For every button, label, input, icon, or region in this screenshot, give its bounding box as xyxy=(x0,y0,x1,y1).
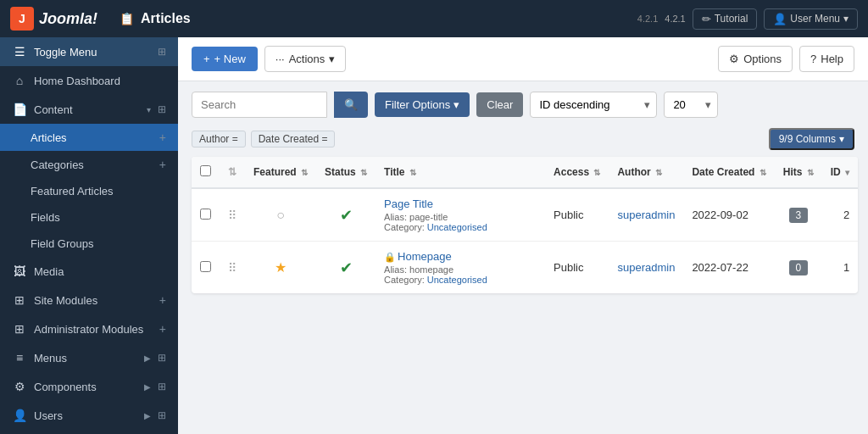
row-author-cell: superadmin xyxy=(609,188,683,242)
sidebar-item-components[interactable]: ⚙ Components ▶ ⊞ xyxy=(0,372,178,401)
components-grid-icon: ⊞ xyxy=(158,381,166,392)
content-grid-icon: ⊞ xyxy=(158,103,166,115)
users-icon: 👤 xyxy=(12,409,27,422)
user-menu-button[interactable]: 👤 User Menu ▾ xyxy=(764,8,858,30)
row-hits-cell: 3 xyxy=(775,188,822,242)
menus-arrow-icon: ▶ xyxy=(144,353,151,363)
row-featured-cell[interactable]: ★ xyxy=(245,242,316,294)
site-modules-plus-icon[interactable]: + xyxy=(159,293,166,307)
articles-plus-icon[interactable]: + xyxy=(159,131,166,144)
sidebar-item-articles[interactable]: Articles + xyxy=(0,124,178,151)
options-button[interactable]: ⚙ Options xyxy=(718,46,793,72)
row-featured-cell[interactable]: ○ xyxy=(245,188,316,242)
row-checkbox-1[interactable] xyxy=(200,261,211,272)
filter-options-button[interactable]: Filter Options ▾ xyxy=(375,92,470,117)
id-label: ID xyxy=(831,166,841,178)
date-created-label: Date Created xyxy=(692,166,754,178)
th-order: ⇅ xyxy=(220,157,245,188)
columns-chevron-icon: ▾ xyxy=(839,133,844,145)
tutorial-icon: ✏ xyxy=(702,13,711,25)
article-category-link-2[interactable]: Uncategorised xyxy=(427,222,487,232)
select-all-checkbox[interactable] xyxy=(200,165,211,176)
reorder-handle-1[interactable]: ⠿ xyxy=(228,261,236,275)
sidebar-item-toggle-menu[interactable]: ☰ Toggle Menu ⊞ xyxy=(0,37,178,66)
categories-plus-icon[interactable]: + xyxy=(159,158,166,171)
sidebar-item-home-dashboard[interactable]: ⌂ Home Dashboard xyxy=(0,66,178,95)
search-input[interactable] xyxy=(192,92,327,118)
author-link-1[interactable]: superadmin xyxy=(617,261,675,274)
sidebar-item-media[interactable]: 🖼 Media xyxy=(0,257,178,286)
author-link-2[interactable]: superadmin xyxy=(617,209,675,221)
row-id-cell: 2 xyxy=(822,188,858,242)
page-size-select[interactable]: 20 50 100 xyxy=(664,92,718,118)
site-modules-icon: ⊞ xyxy=(12,293,27,307)
user-icon: 👤 xyxy=(773,13,787,25)
sidebar-item-field-groups[interactable]: Field Groups xyxy=(0,231,178,257)
sidebar-item-users[interactable]: 👤 Users ▶ ⊞ xyxy=(0,401,178,430)
tutorial-button[interactable]: ✏ Tutorial xyxy=(693,8,758,30)
toggle-menu-icon: ☰ xyxy=(12,45,27,58)
sidebar-admin-modules-label: Administrator Modules xyxy=(34,323,153,336)
new-button[interactable]: + + New xyxy=(192,47,258,71)
row-checkbox-cell xyxy=(192,242,220,294)
reorder-handle-2[interactable]: ⠿ xyxy=(228,209,236,222)
logo[interactable]: J Joomla! xyxy=(10,7,97,31)
th-status[interactable]: Status ⇅ xyxy=(316,157,376,188)
layout: ☰ Toggle Menu ⊞ ⌂ Home Dashboard 📄 Conte… xyxy=(0,37,868,434)
sort-select[interactable]: ID descending ID ascending Title ascendi… xyxy=(530,92,657,118)
th-author[interactable]: Author ⇅ xyxy=(609,157,683,188)
sidebar-item-admin-modules[interactable]: ⊞ Administrator Modules + xyxy=(0,314,178,343)
version-label: 4.2.1 xyxy=(637,14,658,24)
row-title-cell: 🔒Homepage Alias: homepage Category: Unca… xyxy=(376,242,545,294)
th-checkbox xyxy=(192,157,220,188)
articles-table-container: ⇅ Featured ⇅ Status ⇅ Title ⇅ xyxy=(178,157,868,307)
sidebar-item-site-modules[interactable]: ⊞ Site Modules + xyxy=(0,286,178,314)
table-header-row: ⇅ Featured ⇅ Status ⇅ Title ⇅ xyxy=(192,157,858,188)
sidebar-grid-icon: ⊞ xyxy=(158,46,166,58)
featured-circle-icon[interactable]: ○ xyxy=(276,208,285,222)
row-checkbox-2[interactable] xyxy=(200,209,211,220)
row-status-cell[interactable]: ✔ xyxy=(316,188,376,242)
article-lock-icon: 🔒 xyxy=(384,252,396,262)
row-order-cell: ⠿ xyxy=(220,242,245,294)
help-button[interactable]: ? Help xyxy=(799,46,854,72)
th-id[interactable]: ID ▾ xyxy=(822,157,858,188)
sidebar-item-content[interactable]: 📄 Content ▾ ⊞ xyxy=(0,95,178,124)
featured-sort-icon: ⇅ xyxy=(301,168,308,177)
clear-button[interactable]: Clear xyxy=(476,92,523,117)
admin-modules-icon: ⊞ xyxy=(12,322,27,336)
row-status-cell[interactable]: ✔ xyxy=(316,242,376,294)
th-featured[interactable]: Featured ⇅ xyxy=(245,157,316,188)
tutorial-label: Tutorial xyxy=(715,13,748,25)
featured-star-active-icon[interactable]: ★ xyxy=(275,260,287,275)
sidebar-item-fields[interactable]: Fields xyxy=(0,204,178,231)
title-sort-icon: ⇅ xyxy=(409,168,416,177)
th-title[interactable]: Title ⇅ xyxy=(376,157,545,188)
article-title-link-1[interactable]: 🔒Homepage xyxy=(384,250,452,263)
sidebar-item-categories[interactable]: Categories + xyxy=(0,151,178,178)
th-access[interactable]: Access ⇅ xyxy=(545,157,609,188)
article-meta-2: Alias: page-title Category: Uncategorise… xyxy=(384,212,537,232)
components-arrow-icon: ▶ xyxy=(144,382,151,392)
sidebar-item-system[interactable]: ⚙ System xyxy=(0,430,178,434)
sidebar-item-featured-articles[interactable]: Featured Articles xyxy=(0,178,178,204)
article-title-link-2[interactable]: Page Title xyxy=(384,198,433,210)
article-category-link-1[interactable]: Uncategorised xyxy=(427,275,487,285)
sidebar-item-menus[interactable]: ≡ Menus ▶ ⊞ xyxy=(0,343,178,372)
sidebar-featured-label: Featured Articles xyxy=(31,185,166,198)
th-hits[interactable]: Hits ⇅ xyxy=(775,157,822,188)
admin-modules-plus-icon[interactable]: + xyxy=(159,322,166,336)
columns-button[interactable]: 9/9 Columns ▾ xyxy=(769,128,854,150)
row-access-cell: Public xyxy=(545,242,609,294)
th-date-created[interactable]: Date Created ⇅ xyxy=(683,157,774,188)
filter-options-label: Filter Options xyxy=(385,98,450,111)
search-button[interactable]: 🔍 xyxy=(334,92,368,118)
filter-bar: 🔍 Filter Options ▾ Clear ID descending I… xyxy=(178,81,868,128)
topbar: J Joomla! 📋 Articles 4.2.1 4.2.1 ✏ Tutor… xyxy=(0,0,868,37)
sidebar-categories-label: Categories xyxy=(31,159,153,171)
sidebar-articles-label: Articles xyxy=(31,131,153,144)
actions-label: Actions xyxy=(289,53,326,65)
actions-button[interactable]: ··· Actions ▾ xyxy=(264,46,346,72)
status-label: Status xyxy=(325,166,356,178)
help-question-icon: ? xyxy=(810,53,816,65)
